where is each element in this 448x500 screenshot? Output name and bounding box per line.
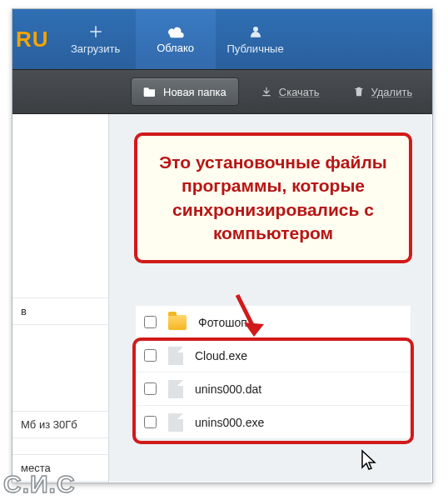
row-checkbox[interactable] <box>144 382 157 395</box>
logo-fragment: RU <box>12 27 56 52</box>
new-folder-label: Новая папка <box>163 86 226 98</box>
delete-label: Удалить <box>371 86 413 98</box>
file-name: Cloud.exe <box>195 349 247 362</box>
file-icon <box>168 347 183 365</box>
annotation-callout: Это установочные файлы программы, которы… <box>134 132 412 263</box>
folder-icon <box>168 315 187 330</box>
download-button[interactable]: Скачать <box>249 78 331 106</box>
file-row[interactable]: unins000.dat <box>136 372 411 406</box>
watermark: С.И.С <box>3 470 76 498</box>
delete-button[interactable]: Удалить <box>341 78 425 106</box>
download-label: Скачать <box>279 86 320 98</box>
sidebar-fragment-1: в <box>12 298 108 325</box>
nav-upload[interactable]: Загрузить <box>56 9 136 69</box>
annotation-arrow <box>229 291 279 341</box>
row-checkbox[interactable] <box>144 416 157 428</box>
nav-public[interactable]: Публичные <box>216 9 296 69</box>
top-nav: RU Загрузить Облако Публичные <box>12 9 432 69</box>
nav-public-label: Публичные <box>226 42 283 55</box>
person-icon <box>248 24 263 39</box>
file-name: unins000.exe <box>195 416 264 429</box>
sidebar-storage: Мб из 30Гб <box>12 411 108 438</box>
row-checkbox[interactable] <box>144 349 157 362</box>
file-name: unins000.dat <box>195 382 261 396</box>
file-icon <box>168 413 183 432</box>
trash-icon <box>353 86 365 98</box>
folder-icon <box>143 86 157 98</box>
toolbar: Новая папка Скачать Удалить <box>12 69 432 114</box>
nav-cloud[interactable]: Облако <box>136 9 216 69</box>
plus-icon <box>88 24 103 39</box>
file-row[interactable]: unins000.exe <box>136 406 411 439</box>
sidebar: в Мб из 30Гб места <box>12 114 109 482</box>
nav-cloud-label: Облако <box>157 42 194 54</box>
app-window: RU Загрузить Облако Публичные Новая папк… <box>12 8 433 483</box>
file-icon <box>168 380 183 398</box>
file-row[interactable]: Cloud.exe <box>136 339 411 372</box>
new-folder-button[interactable]: Новая папка <box>131 78 239 106</box>
nav-upload-label: Загрузить <box>71 42 120 55</box>
cursor-icon <box>361 449 377 471</box>
cloud-icon <box>167 25 185 38</box>
download-icon <box>261 86 272 98</box>
row-checkbox[interactable] <box>144 316 157 328</box>
